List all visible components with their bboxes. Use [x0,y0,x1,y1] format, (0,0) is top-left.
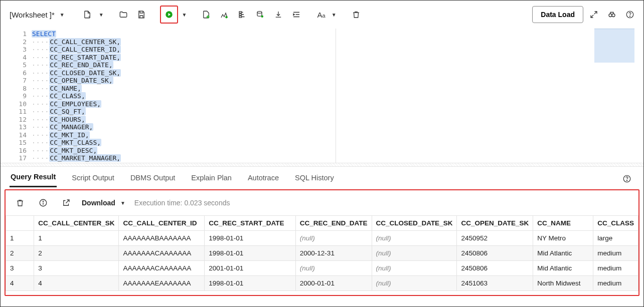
sql-editor[interactable]: 1234567891011121314151617 SELECT····CC_C… [1,29,643,163]
code-content[interactable]: SELECT····CC_CALL_CENTER_SK,····CC_CALL_… [32,29,643,163]
svg-text:*: * [88,15,90,20]
column-header[interactable]: CC_REC_END_DATE [295,216,372,231]
explain-plan-icon[interactable] [217,7,232,22]
download-label: Download [82,199,115,207]
run-button-highlight [160,6,178,24]
svg-point-14 [626,180,627,180]
svg-point-8 [261,16,264,18]
editor-split-divider[interactable] [336,29,336,163]
result-tabs: Query ResultScript OutputDBMS OutputExpl… [1,167,643,187]
indent-icon[interactable] [289,7,304,22]
expand-icon[interactable] [586,7,601,22]
table-row[interactable]: 44AAAAAAAEAAAAAAA1998-01-012000-01-01(nu… [6,276,638,291]
new-file-icon[interactable]: * [80,7,95,22]
table-row[interactable]: 33AAAAAAACAAAAAAA2001-01-01(null)(null)2… [6,261,638,276]
svg-point-9 [609,14,612,17]
table-row[interactable]: 11AAAAAAABAAAAAAA1998-01-01(null)(null)2… [6,231,638,246]
caret-down-icon: ▼ [119,200,126,206]
column-header[interactable]: CC_OPEN_DATE_SK [457,216,533,231]
svg-rect-6 [239,16,242,18]
tab-autotrace[interactable]: Autotrace [247,171,280,187]
open-external-icon[interactable] [59,195,74,210]
help-icon[interactable] [619,171,634,186]
open-folder-icon[interactable] [116,7,131,22]
main-toolbar: [Worksheet ]* ▼ * ▼ ▼ Aa ▼ [1,1,643,29]
execution-time: Execution time: 0.023 seconds [134,199,230,207]
svg-point-12 [629,16,630,17]
caret-down-icon[interactable]: ▼ [181,12,188,18]
save-icon[interactable] [134,7,149,22]
svg-point-10 [612,14,615,17]
column-header[interactable]: CC_CLASS [593,216,638,231]
run-button[interactable] [162,7,177,22]
svg-rect-4 [239,12,242,13]
minimap[interactable] [594,29,634,63]
trash-icon[interactable] [13,195,28,210]
column-header[interactable]: CC_CLOSED_DATE_SK [372,216,457,231]
tab-query-result[interactable]: Query Result [10,170,57,187]
help-icon[interactable] [622,7,637,22]
tab-dbms-output[interactable]: DBMS Output [129,171,176,187]
resize-handle[interactable] [1,163,643,167]
download-dropdown[interactable]: Download ▼ [82,199,126,207]
run-script-icon[interactable] [199,7,214,22]
caret-down-icon: ▼ [59,12,66,18]
tab-explain-plan[interactable]: Explain Plan [190,171,233,187]
tab-sql-history[interactable]: SQL History [294,171,335,187]
info-icon[interactable] [36,195,51,210]
search-binoculars-icon[interactable] [604,7,619,22]
svg-point-16 [43,201,43,201]
column-header[interactable]: CC_REC_START_DATE [205,216,296,231]
results-table: CC_CALL_CENTER_SKCC_CALL_CENTER_IDCC_REC… [6,215,638,291]
svg-rect-5 [239,14,242,16]
column-header[interactable]: CC_NAME [533,216,593,231]
font-case-icon[interactable]: Aa [315,7,327,22]
caret-down-icon[interactable]: ▼ [331,12,338,18]
column-header[interactable]: CC_CALL_CENTER_SK [34,216,119,231]
dbms-output-icon[interactable] [253,7,268,22]
svg-point-3 [226,16,228,19]
line-gutter: 1234567891011121314151617 [1,29,32,163]
results-panel: Download ▼ Execution time: 0.023 seconds… [5,189,639,296]
column-header[interactable]: CC_CALL_CENTER_ID [119,216,205,231]
download-icon[interactable] [271,7,286,22]
tab-script-output[interactable]: Script Output [71,171,115,187]
table-row[interactable]: 22AAAAAAACAAAAAAA1998-01-012000-12-31(nu… [6,246,638,261]
data-load-button[interactable]: Data Load [532,6,583,23]
svg-point-7 [257,12,262,14]
worksheet-name-dropdown[interactable]: [Worksheet ]* ▼ [7,9,69,21]
autotrace-icon[interactable] [235,7,250,22]
worksheet-name-label: [Worksheet ]* [10,11,55,19]
trash-icon[interactable] [349,7,364,22]
caret-down-icon[interactable]: ▼ [98,12,105,18]
results-toolbar: Download ▼ Execution time: 0.023 seconds [6,190,638,215]
